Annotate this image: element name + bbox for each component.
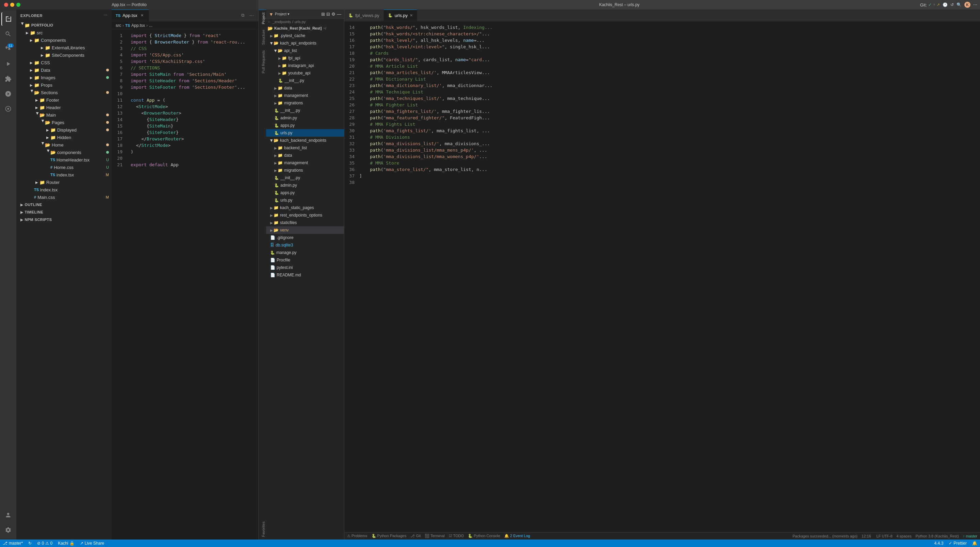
venv-folder[interactable]: ▶ 📂 venv xyxy=(266,227,344,234)
backend-init[interactable]: 🐍 __init__.py xyxy=(266,174,344,182)
live-share-status[interactable]: ↗ Live Share xyxy=(77,539,107,547)
api-data[interactable]: ▶ 📁 data xyxy=(266,84,344,92)
git-branch-status[interactable]: ⎇ master* xyxy=(0,539,25,547)
outline-section[interactable]: ▶ OUTLINE xyxy=(16,201,111,208)
displayed-folder[interactable]: ▶ 📁 Displayed xyxy=(16,126,111,133)
pytest-ini-file[interactable]: 📄 pytest.ini xyxy=(266,264,344,271)
explorer-icon[interactable] xyxy=(2,12,15,26)
collapse-all-icon[interactable]: ⊟ xyxy=(326,11,330,17)
manage-py-file[interactable]: 🐍 manage.py xyxy=(266,249,344,256)
project-dropdown[interactable]: Project ▾ xyxy=(275,12,290,16)
expand-all-icon[interactable]: ⊞ xyxy=(321,11,325,17)
kach-backend-endpoints[interactable]: ▶ 📂 kach_backend_endpoints xyxy=(266,137,344,144)
pull-requests-panel-btn[interactable]: Pull Requests xyxy=(259,48,266,76)
home-folder[interactable]: ▶ 📂 Home xyxy=(16,141,111,149)
db-sqlite3-file[interactable]: 🗄 db.sqlite3 xyxy=(266,241,344,249)
minimize-btn[interactable] xyxy=(10,3,14,7)
main-folder[interactable]: ▶ 📂 Main xyxy=(16,111,111,119)
api-apps-py[interactable]: 🐍 apps.py xyxy=(266,122,344,129)
pages-folder[interactable]: ▶ 📂 Pages xyxy=(16,119,111,126)
run-icon[interactable] xyxy=(2,57,15,71)
errors-status[interactable]: ⊘ 0 ⚠ 0 xyxy=(34,539,55,547)
backend-migrations[interactable]: ▶ 📁 migrations xyxy=(266,166,344,174)
source-control-icon[interactable]: 11 xyxy=(2,42,15,56)
settings-icon[interactable] xyxy=(2,523,15,537)
sections-folder[interactable]: ▶ 📂 Sections xyxy=(16,89,111,96)
header-folder[interactable]: ▶ 📁 Header xyxy=(16,104,111,111)
user-status[interactable]: Kachi 🔒 xyxy=(55,539,77,547)
extensions-icon[interactable] xyxy=(2,72,15,86)
prettier-status[interactable]: ✓ Prettier xyxy=(946,539,969,547)
deploy-icon[interactable] xyxy=(2,87,15,101)
breadcrumb-file[interactable]: App.tsx xyxy=(131,23,145,28)
close-icon-right[interactable]: — xyxy=(337,11,341,17)
user-icon[interactable]: K xyxy=(964,2,970,8)
search-icon[interactable]: 🔍 xyxy=(956,2,962,7)
components-folder[interactable]: ▶ 📁 Components xyxy=(16,36,111,44)
staticfiles[interactable]: ▶ 📁 staticfiles xyxy=(266,219,344,227)
backend-management[interactable]: ▶ 📁 management xyxy=(266,159,344,166)
todo-btn[interactable]: ☑ TODO xyxy=(447,534,465,538)
terminal-btn[interactable]: ⬛ Terminal xyxy=(423,534,446,538)
notifications-status[interactable]: 🔔 xyxy=(969,539,980,547)
instagram-api[interactable]: ▶ 📁 instagram_api xyxy=(266,62,344,69)
sync-status[interactable]: ↻ xyxy=(25,539,34,547)
split-editor-icon[interactable]: ⧉ xyxy=(239,11,247,19)
kach-api-endpoints[interactable]: ▶ 📂 kach_api_endpoints xyxy=(266,40,344,47)
backend-admin[interactable]: 🐍 admin.py xyxy=(266,182,344,189)
data-folder[interactable]: ▶ 📁 Data xyxy=(16,66,111,74)
api-init-py[interactable]: 🐍 __init__.py xyxy=(266,77,344,84)
footer-folder[interactable]: ▶ 📁 Footer xyxy=(16,96,111,104)
css-folder[interactable]: ▶ 📁 CSS xyxy=(16,59,111,66)
api-init-py2[interactable]: 🐍 __init__.py xyxy=(266,107,344,114)
pytest-cache[interactable]: ▶ 📁 .pytest_cache xyxy=(266,32,344,40)
right-code-content[interactable]: path("hsk_words/", hsk_words_list, Index… xyxy=(356,21,980,532)
rest-endpoints-options[interactable]: ▶ 📁 rest_endpoints_options xyxy=(266,211,344,219)
main-css-file[interactable]: # Main.css M xyxy=(16,193,111,201)
youtube-api[interactable]: ▶ 📁 youtube_api xyxy=(266,69,344,77)
procfile[interactable]: 📄 Procfile xyxy=(266,256,344,264)
fpl-views-tab[interactable]: 🐍 fpl_views.py xyxy=(344,10,384,21)
structure-panel-btn[interactable]: Structure xyxy=(259,27,266,48)
router-folder[interactable]: ▶ 📁 Router xyxy=(16,179,111,186)
npm-scripts-section[interactable]: ▶ NPM SCRIPTS xyxy=(16,216,111,224)
components-sub-folder[interactable]: ▶ 📂 components xyxy=(16,149,111,156)
git-btn[interactable]: ⎇ Git xyxy=(409,534,422,538)
gitignore-file[interactable]: 📄 .gitignore xyxy=(266,234,344,241)
index-tsx-file[interactable]: TS index.tsx M xyxy=(16,171,111,179)
backend-apps[interactable]: 🐍 apps.py xyxy=(266,189,344,197)
images-folder[interactable]: ▶ 📁 Images xyxy=(16,74,111,81)
backend-data[interactable]: ▶ 📁 data xyxy=(266,152,344,159)
backend-list[interactable]: ▶ 📁 backend_list xyxy=(266,144,344,152)
back-icon[interactable]: ← xyxy=(267,20,271,24)
external-libraries-folder[interactable]: ▶ ▶ 📁 ExternalLibraries xyxy=(16,44,111,51)
home-css-file[interactable]: # Home.css U xyxy=(16,163,111,171)
account-icon[interactable] xyxy=(2,508,15,522)
project-panel-btn[interactable]: Project xyxy=(259,10,266,27)
app-tsx-tab[interactable]: TS App.tsx ✕ xyxy=(111,10,149,21)
api-list[interactable]: ▶ 📂 api_list xyxy=(266,47,344,54)
search-activity-icon[interactable] xyxy=(2,27,15,41)
python-console-btn[interactable]: 🐍 Python Console xyxy=(466,534,501,538)
new-file-icon[interactable]: ⋯ xyxy=(103,13,108,18)
portfolio-root[interactable]: ▶ 📁 PORTFOLIO xyxy=(16,21,111,29)
close-urls-tab[interactable]: ✕ xyxy=(410,13,413,18)
props-folder[interactable]: ▶ 📁 Props xyxy=(16,81,111,89)
breadcrumb-src[interactable]: src xyxy=(116,23,121,28)
dots-icon[interactable]: ⋯ xyxy=(973,2,977,7)
main-index-file[interactable]: TS index.tsx xyxy=(16,186,111,193)
more-actions-icon[interactable]: ⋯ xyxy=(247,11,256,19)
breadcrumb-ellipsis[interactable]: ... xyxy=(149,23,153,28)
api-migrations[interactable]: ▶ 📁 migrations xyxy=(266,99,344,107)
hidden-folder[interactable]: ▶ 📁 Hidden xyxy=(16,133,111,141)
readme-file[interactable]: 📄 README.md xyxy=(266,271,344,279)
kach-static-pages[interactable]: ▶ 📁 kach_static_pages xyxy=(266,204,344,211)
home-header-file[interactable]: TS HomeHeader.tsx U xyxy=(16,156,111,163)
version-status[interactable]: 4.4.3 xyxy=(932,539,946,547)
code-content[interactable]: import { StrictMode } from 'react' impor… xyxy=(125,30,258,539)
close-tab-btn[interactable]: ✕ xyxy=(139,13,145,18)
problems-btn[interactable]: ⚠ Problems xyxy=(346,534,369,538)
fpl-api[interactable]: ▶ 📁 fpl_api xyxy=(266,54,344,62)
src-folder[interactable]: ▶ 📁 src xyxy=(16,29,111,36)
backend-urls[interactable]: 🐍 urls.py xyxy=(266,197,344,204)
